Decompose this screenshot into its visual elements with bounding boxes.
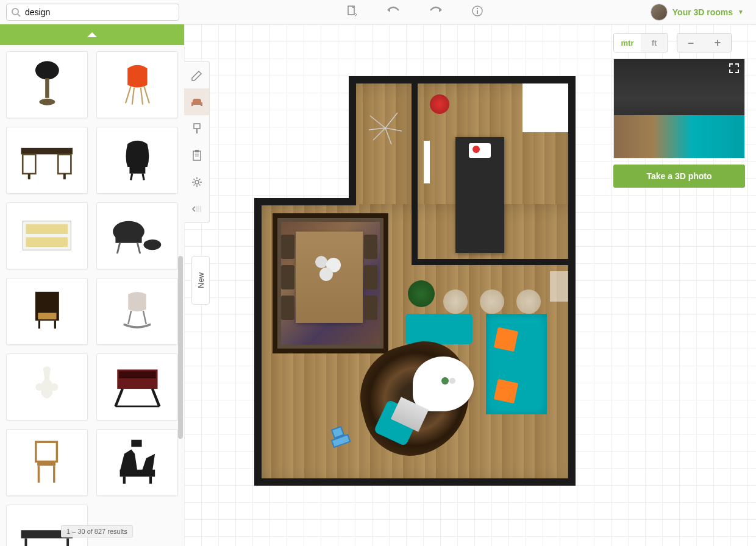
svg-line-40 bbox=[152, 389, 159, 406]
svg-rect-30 bbox=[38, 313, 56, 319]
svg-point-61 bbox=[195, 180, 199, 184]
svg-line-12 bbox=[140, 87, 142, 104]
svg-line-69 bbox=[385, 113, 398, 128]
new-tab-button[interactable]: New bbox=[191, 256, 210, 305]
catalog-item-dark-cabinet[interactable] bbox=[6, 278, 88, 345]
svg-point-74 bbox=[441, 377, 449, 385]
catalog: 1 – 30 of 827 results bbox=[0, 45, 184, 546]
svg-rect-53 bbox=[191, 102, 193, 106]
svg-line-33 bbox=[128, 311, 131, 324]
svg-rect-7 bbox=[45, 78, 49, 98]
svg-point-67 bbox=[319, 268, 333, 281]
svg-rect-14 bbox=[23, 155, 35, 174]
svg-point-65 bbox=[315, 256, 327, 268]
catalog-item-desk[interactable] bbox=[6, 127, 88, 194]
svg-point-75 bbox=[449, 378, 455, 384]
svg-point-6 bbox=[35, 61, 59, 79]
catalog-item-side-table[interactable] bbox=[96, 353, 178, 420]
preview-3d[interactable] bbox=[613, 58, 745, 158]
svg-line-11 bbox=[132, 87, 134, 104]
undo-icon[interactable] bbox=[384, 3, 402, 21]
svg-line-19 bbox=[130, 174, 132, 180]
svg-rect-18 bbox=[129, 167, 145, 174]
chevron-down-icon: ▼ bbox=[738, 9, 744, 15]
sidebar: 1 – 30 of 827 results bbox=[0, 24, 184, 546]
avatar bbox=[651, 4, 668, 21]
draw-wall-tool[interactable] bbox=[184, 62, 209, 88]
zoom-in-button[interactable]: + bbox=[704, 34, 731, 52]
canvas[interactable]: New bbox=[184, 24, 756, 546]
unit-metric-button[interactable]: mtr bbox=[614, 34, 641, 52]
catalog-item-horse-lamp[interactable] bbox=[96, 429, 178, 496]
catalog-grid bbox=[6, 51, 178, 546]
catalog-item-vase[interactable] bbox=[6, 353, 88, 420]
unit-zoom-row: mtr ft – + bbox=[613, 33, 745, 52]
take-3d-photo-button[interactable]: Take a 3D photo bbox=[613, 165, 745, 188]
svg-point-0 bbox=[12, 9, 18, 15]
expand-icon[interactable] bbox=[729, 63, 741, 75]
svg-line-1 bbox=[18, 14, 20, 16]
document-icon[interactable] bbox=[344, 3, 360, 21]
floorplan[interactable] bbox=[254, 76, 577, 491]
svg-rect-46 bbox=[119, 470, 155, 477]
svg-rect-55 bbox=[194, 124, 200, 129]
collapse-sidebar-button[interactable] bbox=[0, 24, 184, 45]
svg-rect-25 bbox=[115, 236, 141, 243]
svg-rect-15 bbox=[58, 155, 71, 174]
svg-line-70 bbox=[385, 128, 402, 131]
svg-rect-42 bbox=[36, 442, 57, 461]
svg-rect-38 bbox=[119, 371, 155, 378]
unit-toggle: mtr ft bbox=[613, 33, 668, 52]
right-panel: mtr ft – + Take a 3D photo bbox=[613, 33, 745, 188]
redo-icon[interactable] bbox=[427, 3, 445, 21]
catalog-item-white-cabinet[interactable] bbox=[6, 202, 88, 269]
search-input[interactable] bbox=[6, 4, 179, 21]
svg-rect-23 bbox=[26, 238, 68, 247]
zoom-out-button[interactable]: – bbox=[677, 34, 704, 52]
svg-line-34 bbox=[143, 311, 146, 324]
svg-rect-49 bbox=[131, 440, 141, 447]
user-menu[interactable]: Your 3D rooms ▼ bbox=[651, 4, 744, 21]
catalog-item-lounge-chair[interactable] bbox=[96, 202, 178, 269]
furnish-tool[interactable] bbox=[184, 88, 209, 115]
catalog-item-lamp[interactable] bbox=[6, 51, 88, 118]
catalog-item-rocking-chair[interactable] bbox=[96, 278, 178, 345]
catalog-item-black-armchair[interactable] bbox=[96, 127, 178, 194]
svg-point-35 bbox=[35, 383, 43, 391]
svg-rect-13 bbox=[21, 148, 73, 155]
svg-point-26 bbox=[143, 239, 161, 250]
user-label: Your 3D rooms bbox=[672, 7, 733, 17]
svg-rect-22 bbox=[26, 225, 68, 235]
toolstrip bbox=[184, 61, 210, 223]
clipboard-tool[interactable] bbox=[184, 142, 209, 169]
svg-line-73 bbox=[369, 128, 385, 130]
svg-line-28 bbox=[137, 243, 140, 254]
catalog-item-orange-chair[interactable] bbox=[96, 51, 178, 118]
results-count: 1 – 30 of 827 results bbox=[61, 525, 133, 537]
svg-line-71 bbox=[385, 128, 391, 144]
zoom-group: – + bbox=[677, 33, 732, 52]
settings-tool[interactable] bbox=[184, 169, 209, 196]
svg-rect-54 bbox=[201, 102, 202, 106]
topbar: Your 3D rooms ▼ bbox=[0, 0, 756, 24]
svg-line-72 bbox=[373, 128, 385, 140]
svg-rect-5 bbox=[477, 10, 478, 14]
svg-point-36 bbox=[51, 383, 58, 391]
svg-point-4 bbox=[477, 7, 478, 9]
svg-rect-43 bbox=[37, 461, 55, 466]
svg-line-27 bbox=[117, 243, 119, 254]
search-icon bbox=[11, 7, 21, 20]
svg-line-39 bbox=[115, 389, 123, 406]
svg-line-10 bbox=[144, 86, 149, 103]
paint-tool[interactable] bbox=[184, 115, 209, 142]
search-wrap bbox=[6, 4, 179, 21]
info-icon[interactable] bbox=[469, 3, 485, 21]
svg-rect-58 bbox=[195, 150, 199, 152]
topbar-center bbox=[179, 3, 651, 21]
catalog-item-wooden-chair[interactable] bbox=[6, 429, 88, 496]
svg-line-9 bbox=[126, 86, 131, 103]
collapse-tools-button[interactable] bbox=[184, 196, 209, 222]
scrollbar[interactable] bbox=[178, 256, 183, 439]
svg-point-8 bbox=[39, 99, 55, 105]
unit-imperial-button[interactable]: ft bbox=[641, 34, 668, 52]
